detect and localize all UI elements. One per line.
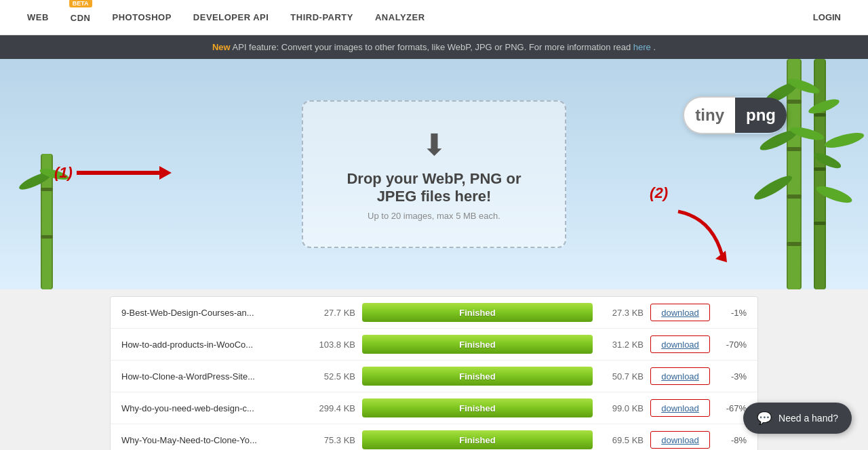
file-orig-size: 299.4 KB bbox=[311, 403, 355, 413]
navigation: WEB BETA CDN PHOTOSHOP DEVELOPER API THI… bbox=[0, 0, 868, 35]
nav-cdn[interactable]: CDN bbox=[71, 13, 91, 23]
file-orig-size: 103.8 KB bbox=[311, 340, 355, 350]
beta-badge: BETA bbox=[69, 0, 92, 7]
chat-label: Need a hand? bbox=[778, 413, 838, 424]
announcement-link[interactable]: here bbox=[633, 42, 651, 52]
file-orig-size: 75.3 KB bbox=[311, 435, 355, 445]
svg-point-17 bbox=[823, 130, 865, 151]
file-name: How-to-add-products-in-WooCo... bbox=[121, 340, 304, 350]
logo-png-part: png bbox=[735, 98, 787, 133]
file-name: 9-Best-Web-Design-Courses-an... bbox=[121, 308, 304, 318]
svg-rect-22 bbox=[41, 188, 53, 191]
nav-links: WEB BETA CDN PHOTOSHOP DEVELOPER API THI… bbox=[27, 12, 425, 24]
nav-web[interactable]: WEB bbox=[27, 12, 49, 22]
progress-bar-wrap: Finished bbox=[362, 398, 593, 417]
file-new-size: 31.2 KB bbox=[599, 340, 644, 350]
progress-bar: Finished bbox=[362, 335, 593, 354]
login-link[interactable]: LOGIN bbox=[813, 12, 841, 22]
download-cell: download bbox=[650, 431, 710, 449]
table-row: How-to-add-products-in-WooCo... 103.8 KB… bbox=[111, 329, 757, 361]
file-name: Why-do-you-need-web-design-c... bbox=[121, 403, 304, 413]
nav-third-party[interactable]: THIRD-PARTY bbox=[290, 12, 353, 22]
svg-rect-9 bbox=[814, 167, 826, 171]
file-new-size: 27.3 KB bbox=[599, 308, 644, 318]
savings-label: -1% bbox=[717, 308, 747, 318]
bamboo-svg-right bbox=[719, 59, 868, 289]
file-name: Why-You-May-Need-to-Clone-Yo... bbox=[121, 435, 304, 445]
file-name: How-to-Clone-a-WordPress-Site... bbox=[121, 371, 304, 382]
nav-developer-api[interactable]: DEVELOPER API bbox=[193, 12, 269, 22]
file-orig-size: 52.5 KB bbox=[311, 371, 355, 382]
table-row: Why-do-you-need-web-design-c... 299.4 KB… bbox=[111, 392, 757, 424]
nav-photoshop[interactable]: PHOTOSHOP bbox=[113, 12, 172, 22]
svg-rect-4 bbox=[787, 195, 802, 199]
drop-icon: ⬇ bbox=[330, 127, 538, 162]
svg-rect-5 bbox=[787, 242, 802, 246]
file-table: 9-Best-Web-Design-Courses-an... 27.7 KB … bbox=[110, 296, 758, 450]
download-link[interactable]: download bbox=[661, 308, 699, 318]
savings-label: -70% bbox=[717, 340, 747, 350]
progress-label: Finished bbox=[459, 403, 495, 413]
svg-rect-2 bbox=[787, 100, 802, 104]
progress-label: Finished bbox=[459, 371, 495, 382]
download-cell: download bbox=[650, 399, 710, 417]
svg-rect-3 bbox=[787, 147, 802, 151]
progress-bar-wrap: Finished bbox=[362, 430, 593, 449]
arrow-2-svg bbox=[671, 205, 732, 266]
announcement-bar: New API feature: Convert your images to … bbox=[0, 35, 868, 59]
file-new-size: 99.0 KB bbox=[599, 403, 644, 413]
announcement-new: New bbox=[212, 42, 231, 52]
drop-title: Drop your WebP, PNG or JPEG files here! bbox=[330, 170, 538, 205]
download-link[interactable]: download bbox=[661, 435, 699, 445]
download-link[interactable]: download bbox=[661, 340, 699, 350]
tinypng-logo: tiny png bbox=[683, 96, 787, 134]
file-table-section: 9-Best-Web-Design-Courses-an... 27.7 KB … bbox=[0, 289, 868, 450]
annotation-2-arrow bbox=[671, 205, 732, 268]
download-link[interactable]: download bbox=[661, 403, 699, 413]
download-cell: download bbox=[650, 335, 710, 353]
progress-bar-wrap: Finished bbox=[362, 335, 593, 354]
announcement-suffix: . bbox=[653, 42, 656, 52]
progress-label: Finished bbox=[459, 435, 495, 445]
annotation-1: (1) bbox=[54, 164, 172, 182]
table-row: How-to-Clone-a-WordPress-Site... 52.5 KB… bbox=[111, 361, 757, 392]
download-cell: download bbox=[650, 367, 710, 385]
drop-subtitle: Up to 20 images, max 5 MB each. bbox=[330, 211, 538, 221]
savings-label: -8% bbox=[717, 435, 747, 445]
progress-bar-wrap: Finished bbox=[362, 303, 593, 322]
hero-section: (1) tiny png (2) ⬇ Drop your WebP, PNG o… bbox=[0, 59, 868, 289]
table-row: 9-Best-Web-Design-Courses-an... 27.7 KB … bbox=[111, 297, 757, 329]
annotation-1-label: (1) bbox=[54, 164, 73, 182]
file-orig-size: 27.7 KB bbox=[311, 308, 355, 318]
announcement-text: API feature: Convert your images to othe… bbox=[233, 42, 633, 52]
download-cell: download bbox=[650, 304, 710, 321]
svg-rect-8 bbox=[814, 113, 826, 117]
annotation-2: (2) bbox=[650, 184, 668, 202]
progress-label: Finished bbox=[459, 308, 495, 318]
savings-label: -3% bbox=[717, 371, 747, 382]
progress-bar: Finished bbox=[362, 398, 593, 417]
progress-bar: Finished bbox=[362, 367, 593, 386]
savings-label: -67% bbox=[717, 403, 747, 413]
file-new-size: 69.5 KB bbox=[599, 435, 644, 445]
file-new-size: 50.7 KB bbox=[599, 371, 644, 382]
logo-tiny-part: tiny bbox=[683, 96, 735, 134]
chat-widget[interactable]: 💬 Need a hand? bbox=[743, 403, 852, 434]
bamboo-right-decoration bbox=[719, 59, 868, 289]
progress-label: Finished bbox=[459, 340, 495, 350]
svg-rect-10 bbox=[814, 222, 826, 225]
svg-marker-27 bbox=[159, 166, 172, 180]
progress-bar: Finished bbox=[362, 303, 593, 322]
download-link[interactable]: download bbox=[661, 371, 699, 382]
nav-analyzer[interactable]: ANALYZER bbox=[375, 12, 425, 22]
drop-zone[interactable]: ⬇ Drop your WebP, PNG or JPEG files here… bbox=[302, 100, 566, 248]
svg-rect-23 bbox=[41, 235, 53, 239]
arrow-1-svg bbox=[77, 165, 172, 181]
nav-cdn-wrapper: BETA CDN bbox=[71, 12, 91, 24]
progress-bar-wrap: Finished bbox=[362, 367, 593, 386]
svg-rect-7 bbox=[815, 59, 825, 289]
chat-icon: 💬 bbox=[757, 411, 772, 426]
table-row: Why-You-May-Need-to-Clone-Yo... 75.3 KB … bbox=[111, 424, 757, 450]
progress-bar: Finished bbox=[362, 430, 593, 449]
